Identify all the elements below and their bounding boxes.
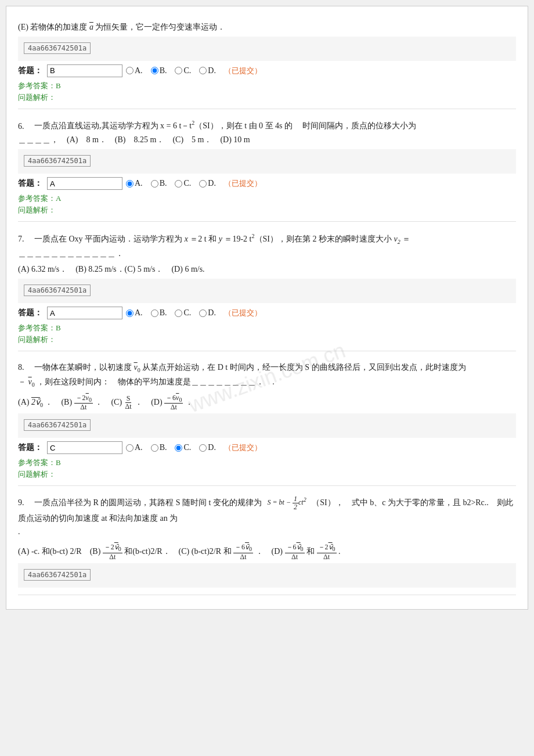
q6-ref-answer: 参考答案：A [18,193,516,204]
q9-opt-d2-frac: －2v̄0 Δt [317,543,337,561]
q8-prefix: 8. [18,363,24,372]
q7-answer-input[interactable] [47,307,122,319]
q5-prefix: (E) [18,23,28,31]
q5-answer-id: 4aa6636742501a [24,42,91,54]
q7-radio-a[interactable] [126,309,134,317]
q6-text: 一质点沿直线运动,其运动学方程为 x = 6 t－t2（SI），则在 t 由 0… [26,121,416,130]
q6-opt-c[interactable]: C. [175,179,191,188]
q8-answer-id-container: 4aa6636742501a [18,413,516,438]
q9-formula-inline: S = bt − 12ct2 [268,495,306,511]
q8-opt-d-dot: ． [185,398,193,406]
q6-radio-a[interactable] [126,180,134,188]
q6-submitted-link[interactable]: （已提交） [224,178,262,189]
q5-submitted-link[interactable]: （已提交） [224,66,262,76]
question-text-5: (E) 若物体的加速度 a 为恒矢量，它一定作匀变速率运动． [18,20,516,34]
q6-opt-d[interactable]: D. [199,179,216,188]
q5-opt-c[interactable]: C. [175,66,191,75]
q7-y: y [219,235,222,243]
q8-formula-block: (A) 2v̄0 ． (B) －2v0 Δt ． (C) S Δt ． (D) … [18,394,516,412]
q6-prefix: 6. [18,121,24,130]
q8-opt-a[interactable]: A. [126,443,143,452]
q5-radio-d[interactable] [199,67,207,74]
q5-vector-a: a [89,23,93,31]
q9-options-block: (A) -c. 和(b-ct) 2/R (B) －2v̄0 Δt 和(b-ct)… [18,543,516,561]
q5-opt-b[interactable]: B. [151,66,167,75]
q5-radio-b[interactable] [151,67,158,74]
q7-eq1: x [185,235,188,243]
q7-radio-d[interactable] [199,309,207,317]
q7-eq2: ＝19-2 t2（SI），则在第 2 秒末的瞬时速度大小 [224,235,392,243]
q7-prefix: 7. [18,235,24,243]
q7-opt-a[interactable]: A. [126,308,143,318]
q8-text3: ，则在这段时间内： 物体的平均加速度是＿＿＿＿＿＿＿＿． . [37,377,275,386]
q7-v2: v2 [394,235,400,243]
q6-opt-b[interactable]: B. [151,179,167,188]
question-block-9: 9. 一质点沿半径为 R 的圆周运动，其路程 S 随时间 t 变化的规律为 S … [18,491,516,595]
q8-ref-answer: 参考答案：B [18,458,516,468]
q5-radio-c[interactable] [175,67,182,74]
q5-answer-label: 答题： [18,66,42,76]
question-text-6: 6. 一质点沿直线运动,其运动学方程为 x = 6 t－t2（SI），则在 t … [18,118,516,147]
q8-radio-c[interactable] [175,444,182,452]
q6-analysis: 问题解析： [18,205,516,215]
q9-text1: 一质点沿半径为 R 的圆周运动，其路程 S 随时间 t 变化的规律为 [26,498,262,507]
q8-opt-a-label: (A) [18,398,31,406]
q7-options-line: (A) 6.32 m/s． (B) 8.25 m/s．(C) 5 m/s． (D… [18,262,516,276]
q8-radio-b[interactable] [151,444,158,452]
q8-answer-label: 答题： [18,442,42,453]
q6-answer-input[interactable] [47,177,122,190]
q8-answer-id: 4aa6636742501a [24,419,91,431]
q7-answer-row: 答题： A. B. C. D. （已提交） [18,307,516,319]
q8-v0b-sub: 0 [32,381,35,388]
question-text-7: 7. 一质点在 Oxy 平面内运动．运动学方程为 x ＝2 t 和 y ＝19-… [18,231,516,260]
q8-answer-row: 答题： A. B. C. D. （已提交） [18,441,516,454]
question-block-6: 6. 一质点沿直线运动,其运动学方程为 x = 6 t－t2（SI），则在 t … [18,114,516,222]
q6-radio-c[interactable] [175,180,182,188]
q8-text2: 从某点开始运动，在 D t 时间内，经一长度为 S 的曲线路径后，又回到出发点，… [142,363,466,372]
q7-answer-label: 答题： [18,308,42,318]
q5-answer-id-container: 4aa6636742501a [18,37,516,61]
q7-and: 和 [208,235,219,243]
q6-options-text: ＿＿＿＿， (A) 8 m． (B) 8.25 m． (C) 5 m． (D) … [18,135,250,144]
q5-answer-row: 答题： A. B. C. D. （已提交） [18,64,516,77]
q7-opt-c[interactable]: C. [175,308,191,318]
q6-opt-a[interactable]: A. [126,179,143,188]
q7-opt-d[interactable]: D. [199,308,216,318]
question-block-7: 7. 一质点在 Oxy 平面内运动．运动学方程为 x ＝2 t 和 y ＝19-… [18,226,516,351]
q6-answer-label: 答题： [18,178,42,189]
q8-radio-a[interactable] [126,444,134,452]
q8-opt-c-frac: S Δt [124,395,133,411]
q6-radio-b[interactable] [151,180,158,188]
q7-submitted-link[interactable]: （已提交） [224,308,262,318]
q8-analysis: 问题解析： [18,469,516,480]
q9-opt-c-dot: ． (D) [255,547,285,556]
q8-submitted-link[interactable]: （已提交） [224,442,262,453]
q5-radio-a[interactable] [126,67,134,74]
q5-opt-d[interactable]: D. [199,66,216,75]
question-text-9: 9. 一质点沿半径为 R 的圆周运动，其路程 S 随时间 t 变化的规律为 S … [18,495,516,539]
q7-analysis: 问题解析： [18,334,516,345]
q9-answer-id: 4aa6636742501a [24,569,91,581]
question-text-8: 8. 一物体在某瞬时，以初速度 v0 从某点开始运动，在 D t 时间内，经一长… [18,361,516,390]
q7-eq1b: ＝2 t [190,235,206,243]
q7-radio-c[interactable] [175,309,182,317]
q7-blank: ＿＿＿＿＿＿＿＿＿＿＿＿． [18,249,124,258]
q8-text1: 一物体在某瞬时，以初速度 [26,363,132,372]
q8-opt-c[interactable]: C. [175,443,191,452]
q8-answer-input[interactable] [47,441,122,454]
q6-answer-id: 4aa6636742501a [24,155,91,167]
q8-opt-d[interactable]: D. [199,443,216,452]
q9-text3: . [18,527,20,536]
q5-text1: 若物体的加速度 [30,23,89,31]
q8-opt-b[interactable]: B. [151,443,167,452]
page-container: (E) 若物体的加速度 a 为恒矢量，它一定作匀变速率运动． 4aa663674… [6,6,528,610]
q5-opt-a[interactable]: A. [126,66,143,75]
q6-radio-d[interactable] [199,180,207,188]
q7-opt-b[interactable]: B. [151,308,167,318]
q5-answer-input[interactable] [47,64,122,77]
q8-opt-c-dot: ． (D) [135,398,164,406]
q8-radio-d[interactable] [199,444,207,452]
q7-radio-b[interactable] [151,309,158,317]
q8-opt-d-frac: －6v0 Δt [164,394,183,412]
q5-ref-answer: 参考答案：B [18,81,516,91]
